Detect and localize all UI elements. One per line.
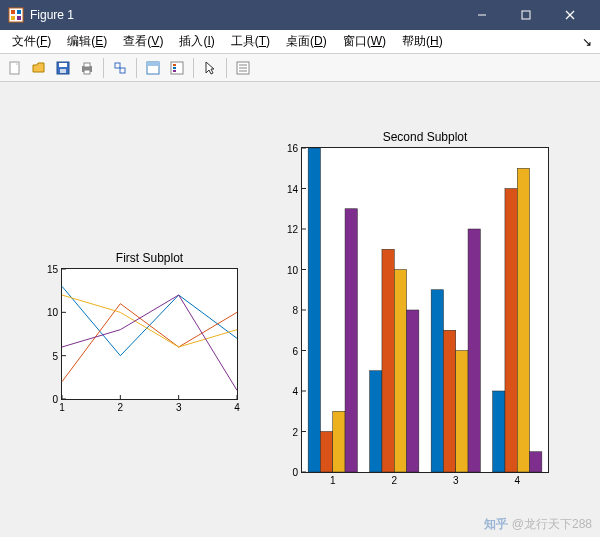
data-cursor-button[interactable] [142, 57, 164, 79]
pointer-button[interactable] [199, 57, 221, 79]
x-tick-label: 4 [514, 475, 520, 486]
y-tick-label: 4 [292, 386, 298, 397]
legend-button[interactable] [166, 57, 188, 79]
svg-rect-1 [11, 10, 15, 14]
bar [382, 249, 394, 472]
axes-first-subplot[interactable]: First Subplot 0510151234 [61, 268, 238, 400]
svg-rect-4 [17, 16, 21, 20]
maximize-button[interactable] [504, 0, 548, 30]
line-plot [62, 269, 237, 399]
x-tick-label: 2 [118, 402, 124, 413]
svg-rect-3 [11, 16, 15, 20]
watermark: 知乎 @龙行天下288 [484, 516, 592, 533]
bar [517, 168, 529, 472]
menu-e[interactable]: 编辑(E) [59, 31, 115, 52]
svg-line-19 [119, 67, 121, 69]
app-icon [8, 7, 24, 23]
dock-arrow-icon[interactable]: ↘ [582, 35, 592, 49]
y-tick-label: 10 [287, 264, 298, 275]
bar [468, 229, 480, 472]
bar-plot [302, 148, 548, 472]
menu-v[interactable]: 查看(V) [115, 31, 171, 52]
svg-rect-16 [84, 70, 90, 74]
bar [345, 209, 357, 472]
toolbar-separator [136, 58, 137, 78]
x-tick-label: 4 [234, 402, 240, 413]
toolbar [0, 54, 600, 82]
pointer-icon [202, 60, 218, 76]
data-cursor-icon [145, 60, 161, 76]
axes-title: First Subplot [62, 251, 237, 265]
new-file-icon [7, 60, 23, 76]
link-icon [112, 60, 128, 76]
print-icon [79, 60, 95, 76]
bar [493, 391, 505, 472]
bar [333, 411, 345, 472]
zhihu-logo: 知乎 [484, 516, 508, 533]
minimize-button[interactable] [460, 0, 504, 30]
toolbar-separator [103, 58, 104, 78]
x-tick-label: 2 [391, 475, 397, 486]
svg-rect-2 [17, 10, 21, 14]
menu-w[interactable]: 窗口(W) [335, 31, 394, 52]
y-tick-label: 10 [47, 307, 58, 318]
open-button[interactable] [28, 57, 50, 79]
svg-rect-21 [147, 62, 159, 66]
line-series [62, 286, 237, 355]
bar [431, 290, 443, 472]
save-icon [55, 60, 71, 76]
print-button[interactable] [76, 57, 98, 79]
menu-i[interactable]: 插入(I) [171, 31, 222, 52]
svg-rect-6 [522, 11, 530, 19]
y-tick-label: 15 [47, 264, 58, 275]
y-tick-label: 6 [292, 345, 298, 356]
x-tick-label: 1 [330, 475, 336, 486]
line-series [62, 304, 237, 382]
bar [370, 371, 382, 472]
axes-second-subplot[interactable]: Second Subplot 02468101214161234 [301, 147, 549, 473]
menu-t[interactable]: 工具(T) [223, 31, 278, 52]
y-tick-label: 12 [287, 224, 298, 235]
y-tick-label: 8 [292, 305, 298, 316]
x-tick-label: 3 [453, 475, 459, 486]
bar [530, 452, 542, 472]
svg-rect-13 [60, 69, 66, 73]
save-button[interactable] [52, 57, 74, 79]
line-series [62, 295, 237, 390]
y-tick-label: 16 [287, 143, 298, 154]
bar [394, 270, 406, 473]
new-figure-button[interactable] [4, 57, 26, 79]
link-button[interactable] [109, 57, 131, 79]
edit-plot-icon [235, 60, 251, 76]
y-tick-label: 0 [292, 467, 298, 478]
axes-title: Second Subplot [302, 130, 548, 144]
watermark-user: @龙行天下288 [512, 516, 592, 533]
menubar: 文件(F)编辑(E)查看(V)插入(I)工具(T)桌面(D)窗口(W)帮助(H)… [0, 30, 600, 54]
toolbar-separator [226, 58, 227, 78]
svg-rect-22 [171, 62, 183, 74]
window-title: Figure 1 [30, 8, 460, 22]
window-titlebar: Figure 1 [0, 0, 600, 30]
toolbar-separator [193, 58, 194, 78]
legend-icon [169, 60, 185, 76]
bar [505, 189, 517, 473]
y-tick-label: 2 [292, 426, 298, 437]
y-tick-label: 14 [287, 183, 298, 194]
svg-rect-12 [59, 63, 67, 67]
x-tick-label: 1 [59, 402, 65, 413]
bar [407, 310, 419, 472]
menu-f[interactable]: 文件(F) [4, 31, 59, 52]
edit-plot-button[interactable] [232, 57, 254, 79]
folder-open-icon [31, 60, 47, 76]
figure-canvas: First Subplot 0510151234 Second Subplot … [0, 82, 600, 537]
x-tick-label: 3 [176, 402, 182, 413]
y-tick-label: 0 [52, 394, 58, 405]
y-tick-label: 5 [52, 350, 58, 361]
bar [456, 351, 468, 473]
bar [443, 330, 455, 472]
close-button[interactable] [548, 0, 592, 30]
menu-h[interactable]: 帮助(H) [394, 31, 451, 52]
svg-rect-15 [84, 63, 90, 67]
menu-d[interactable]: 桌面(D) [278, 31, 335, 52]
bar [308, 148, 320, 472]
